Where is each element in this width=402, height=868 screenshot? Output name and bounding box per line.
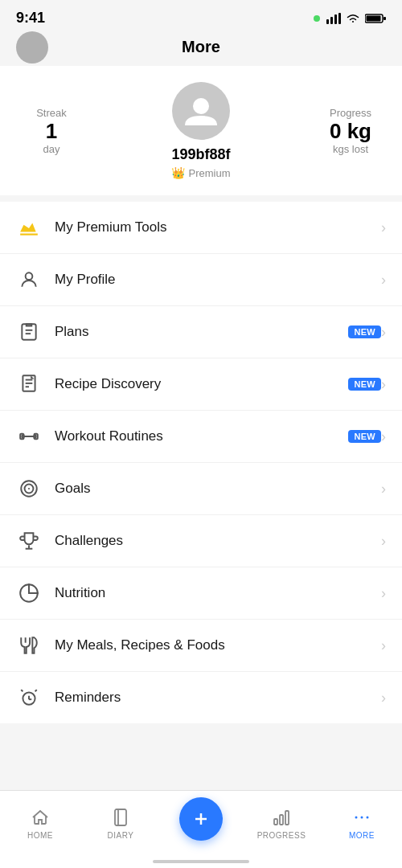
chevron-icon: › [381, 637, 386, 654]
alarm-icon [16, 685, 42, 710]
status-time: 9:41 [16, 10, 45, 27]
home-icon [29, 806, 51, 829]
crown-icon [16, 215, 42, 240]
bottom-nav: HOME DIARY PROGRESS [0, 790, 402, 868]
progress-unit: kgs lost [318, 143, 383, 155]
progress-value: 0 kg [318, 121, 383, 141]
menu-item-reminders[interactable]: Reminders › [0, 672, 402, 723]
workout-routines-label: Workout Routines [55, 428, 342, 444]
svg-point-37 [367, 817, 369, 819]
home-indicator [153, 860, 249, 863]
progress-icon [270, 806, 293, 829]
svg-point-23 [28, 488, 30, 489]
recipe-icon [16, 371, 42, 397]
menu-item-workout-routines[interactable]: Workout Routines NEW › [0, 411, 402, 463]
premium-tools-label: My Premium Tools [55, 219, 381, 235]
svg-point-36 [361, 817, 363, 819]
profile-username: 199bf88f [171, 146, 230, 163]
menu-item-nutrition[interactable]: Nutrition › [0, 567, 402, 620]
nutrition-label: Nutrition [55, 585, 381, 601]
status-icons [314, 13, 386, 24]
menu-item-goals[interactable]: Goals › [0, 463, 402, 515]
pie-icon [16, 580, 42, 606]
trophy-icon [16, 528, 42, 554]
more-icon [351, 806, 373, 829]
svg-rect-28 [115, 809, 126, 825]
svg-rect-1 [330, 17, 333, 24]
wifi-icon [346, 13, 360, 24]
menu-item-plans[interactable]: Plans NEW › [0, 306, 402, 358]
status-bar: 9:41 [0, 0, 402, 31]
plans-label: Plans [55, 324, 342, 340]
nav-diary[interactable]: DIARY [80, 806, 161, 840]
svg-point-8 [26, 272, 33, 280]
header-title: More [182, 38, 220, 56]
add-button[interactable] [179, 797, 223, 841]
green-dot [314, 15, 320, 22]
svg-point-7 [193, 98, 209, 114]
chevron-icon: › [381, 585, 386, 602]
avatar [172, 82, 230, 140]
progress-label: Progress [318, 107, 383, 119]
svg-rect-19 [22, 435, 23, 437]
menu-item-my-profile[interactable]: My Profile › [0, 254, 402, 306]
svg-rect-6 [384, 17, 386, 20]
svg-rect-32 [274, 819, 277, 825]
home-nav-label: HOME [27, 831, 53, 840]
chevron-icon: › [381, 481, 386, 497]
meal-icon [16, 633, 42, 658]
person-icon [16, 267, 42, 293]
svg-rect-3 [338, 13, 341, 24]
premium-label: Premium [188, 167, 230, 179]
avatar-icon [182, 92, 220, 130]
nav-progress[interactable]: PROGRESS [241, 806, 322, 840]
recipe-badge: NEW [348, 378, 381, 391]
chevron-icon: › [381, 272, 386, 289]
svg-rect-34 [285, 811, 289, 825]
chevron-icon: › [381, 324, 386, 341]
svg-rect-5 [367, 15, 381, 21]
menu-item-my-meals[interactable]: My Meals, Recipes & Foods › [0, 620, 402, 672]
progress-block: Progress 0 kg kgs lost [318, 107, 383, 155]
battery-icon [365, 13, 386, 24]
challenges-label: Challenges [55, 533, 381, 549]
more-nav-label: MORE [349, 831, 375, 840]
header-avatar [16, 31, 48, 63]
menu-list: My Premium Tools › My Profile › Plans NE… [0, 202, 402, 723]
nav-add[interactable] [161, 797, 241, 849]
chevron-icon: › [381, 219, 386, 236]
nav-home[interactable]: HOME [0, 806, 80, 840]
chevron-icon: › [381, 690, 386, 706]
dumbbell-icon [16, 424, 42, 449]
menu-item-challenges[interactable]: Challenges › [0, 515, 402, 567]
svg-rect-33 [280, 815, 283, 825]
my-profile-label: My Profile [55, 272, 381, 288]
menu-item-premium-tools[interactable]: My Premium Tools › [0, 202, 402, 254]
chevron-icon: › [381, 533, 386, 550]
nav-more[interactable]: MORE [322, 806, 402, 840]
streak-block: Streak 1 day [19, 107, 84, 155]
plus-icon [191, 809, 211, 829]
streak-label: Streak [19, 107, 84, 119]
clipboard-icon [16, 319, 42, 345]
reminders-label: Reminders [55, 690, 381, 706]
svg-rect-20 [35, 435, 36, 437]
recipe-discovery-label: Recipe Discovery [55, 376, 342, 392]
target-icon [16, 476, 42, 502]
progress-nav-label: PROGRESS [257, 831, 306, 840]
crown-emoji: 👑 [171, 166, 185, 179]
plans-badge: NEW [348, 326, 381, 338]
profile-section: Streak 1 day 199bf88f 👑 Premium Progress… [0, 66, 402, 195]
svg-rect-0 [326, 19, 329, 24]
diary-nav-label: DIARY [108, 831, 134, 840]
menu-item-recipe-discovery[interactable]: Recipe Discovery NEW › [0, 358, 402, 411]
streak-unit: day [19, 143, 84, 155]
my-meals-label: My Meals, Recipes & Foods [55, 637, 381, 653]
svg-rect-2 [334, 14, 337, 24]
svg-point-35 [355, 817, 358, 819]
signal-icon [326, 13, 341, 24]
streak-value: 1 [19, 121, 84, 141]
chevron-icon: › [381, 428, 386, 445]
profile-center[interactable]: 199bf88f 👑 Premium [171, 82, 230, 179]
diary-icon [109, 806, 132, 829]
